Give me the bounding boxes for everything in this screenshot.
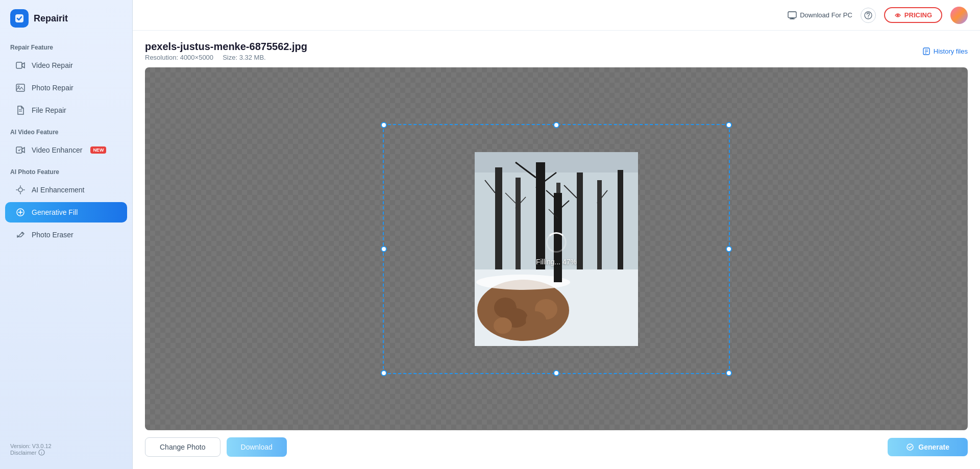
pricing-button[interactable]: PRICING <box>884 7 942 23</box>
download-pc-button[interactable]: Download For PC <box>788 11 852 19</box>
svg-point-7 <box>18 188 22 192</box>
photo-eraser-label: Photo Eraser <box>32 231 74 239</box>
loading-spinner <box>546 232 567 253</box>
loading-text: Filling... 47% <box>536 258 577 266</box>
generate-label: Generate <box>918 443 949 451</box>
svg-rect-12 <box>788 12 796 18</box>
generate-button[interactable]: Generate <box>888 438 968 456</box>
photo-repair-icon <box>15 83 26 93</box>
video-enhancer-icon <box>15 145 26 155</box>
version-text: Version: V3.0.12 <box>10 443 122 449</box>
handle-bottom-left[interactable] <box>381 370 387 376</box>
sidebar-item-photo-repair[interactable]: Photo Repair <box>5 78 127 98</box>
help-button[interactable] <box>861 8 876 23</box>
handle-mid-left[interactable] <box>381 246 387 252</box>
header: Download For PC PRICING <box>133 0 980 31</box>
size-label: Size: 3.32 MB. <box>223 54 266 61</box>
app-name: Repairit <box>34 13 68 24</box>
generative-fill-icon <box>15 207 26 217</box>
handle-top-right[interactable] <box>726 122 732 128</box>
sidebar: Repairit Repair Feature Video Repair Pho… <box>0 0 133 469</box>
sidebar-footer: Version: V3.0.12 Disclaimer i <box>0 438 132 461</box>
content-area: pexels-justus-menke-6875562.jpg Resoluti… <box>133 31 980 469</box>
file-name: pexels-justus-menke-6875562.jpg <box>145 41 307 53</box>
app-logo-icon <box>10 9 29 28</box>
download-button[interactable]: Download <box>227 437 287 457</box>
sidebar-item-generative-fill[interactable]: Generative Fill <box>5 202 127 223</box>
video-repair-icon <box>15 60 26 70</box>
repair-section-title: Repair Feature <box>0 37 132 54</box>
file-meta: Resolution: 4000×5000 Size: 3.32 MB. <box>145 54 307 61</box>
photo-eraser-icon <box>15 230 26 240</box>
resolution-label: Resolution: 4000×5000 <box>145 54 213 61</box>
svg-rect-2 <box>16 84 24 91</box>
svg-rect-1 <box>16 62 22 68</box>
action-left: Change Photo Download <box>145 437 287 457</box>
handle-top-left[interactable] <box>381 122 387 128</box>
svg-rect-6 <box>16 147 22 153</box>
file-details: pexels-justus-menke-6875562.jpg Resoluti… <box>145 41 307 61</box>
ai-enhancement-label: AI Enhancement <box>32 186 85 194</box>
pricing-label: PRICING <box>904 11 932 19</box>
sidebar-item-photo-eraser[interactable]: Photo Eraser <box>5 225 127 245</box>
disclaimer-text[interactable]: Disclaimer i <box>10 449 122 456</box>
svg-point-16 <box>868 17 869 18</box>
file-repair-label: File Repair <box>32 106 66 114</box>
svg-point-17 <box>897 14 899 16</box>
svg-text:i: i <box>41 451 42 455</box>
sidebar-item-file-repair[interactable]: File Repair <box>5 100 127 120</box>
video-repair-label: Video Repair <box>32 61 73 69</box>
ai-video-section-title: AI Video Feature <box>0 121 132 139</box>
ai-photo-section-title: AI Photo Feature <box>0 161 132 179</box>
action-bar: Change Photo Download Generate <box>145 430 968 459</box>
file-info-bar: pexels-justus-menke-6875562.jpg Resoluti… <box>145 41 968 61</box>
new-badge: NEW <box>90 146 106 154</box>
handle-mid-right[interactable] <box>726 246 732 252</box>
svg-point-3 <box>18 86 19 87</box>
download-pc-label: Download For PC <box>800 11 852 19</box>
change-photo-button[interactable]: Change Photo <box>145 437 220 457</box>
ai-enhancement-icon <box>15 185 26 195</box>
user-avatar[interactable] <box>950 7 968 24</box>
sidebar-item-video-repair[interactable]: Video Repair <box>5 55 127 76</box>
handle-top-mid[interactable] <box>553 122 559 128</box>
loading-overlay: Filling... 47% <box>536 232 577 266</box>
handle-bottom-right[interactable] <box>726 370 732 376</box>
history-files-label: History files <box>934 47 968 55</box>
sidebar-item-video-enhancer[interactable]: Video Enhancer NEW <box>5 140 127 160</box>
photo-repair-label: Photo Repair <box>32 84 74 92</box>
video-enhancer-label: Video Enhancer <box>32 146 82 154</box>
canvas-area: Filling... 47% <box>145 67 968 430</box>
main-content: Download For PC PRICING pexels-justus-me… <box>133 0 980 469</box>
generative-fill-label: Generative Fill <box>32 208 78 216</box>
canvas-inner: Filling... 47% <box>383 124 730 374</box>
history-files-button[interactable]: History files <box>922 47 968 55</box>
handle-bottom-mid[interactable] <box>553 370 559 376</box>
sidebar-item-ai-enhancement[interactable]: AI Enhancement <box>5 180 127 200</box>
svg-point-8 <box>19 211 21 213</box>
file-repair-icon <box>15 105 26 115</box>
logo-area[interactable]: Repairit <box>0 0 132 37</box>
